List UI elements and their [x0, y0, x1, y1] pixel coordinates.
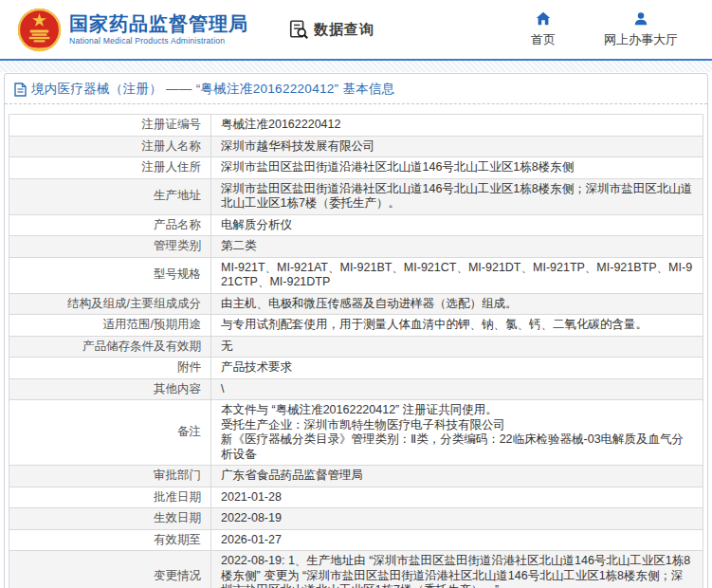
row-value: MI-921T、MI-921AT、MI-921BT、MI-921CT、MI-92…: [211, 257, 703, 293]
row-value: 深圳市越华科技发展有限公司: [211, 136, 703, 157]
row-label-text: 注册人名称: [142, 139, 202, 153]
row-value: 与专用试剂配套使用，用于测量人体血清中的钾、钠、氯、钙、二氧化碳的含量。: [211, 315, 703, 337]
table-row: 审批部门 广东省食品药品监督管理局: [9, 466, 703, 487]
row-label: 产品储存条件及有效期: [9, 336, 211, 358]
org-name-cn: 国家药品监督管理局: [69, 12, 248, 35]
table-row: 变更情况 2022-08-19: 1、生产地址由 “深圳市盐田区盐田街道沿港社区…: [9, 551, 703, 588]
row-label: 备注: [9, 400, 211, 466]
row-label: 适用范围/预期用途: [9, 315, 211, 337]
table-row: 注册证编号 粤械注准20162220412: [9, 115, 703, 137]
row-value: 2026-01-27: [211, 529, 703, 551]
row-label: 注册人名称: [9, 136, 211, 157]
row-value: 2022-08-19: 1、生产地址由 “深圳市盐田区盐田街道沿港社区北山道14…: [211, 551, 703, 588]
home-icon: [535, 10, 552, 28]
row-label: 产品名称: [9, 214, 211, 236]
row-label: 注册人住所: [9, 157, 211, 179]
row-label-text: 产品名称: [154, 218, 201, 231]
row-label-text: 管理类别: [154, 239, 201, 252]
nav-home[interactable]: 首页: [519, 10, 568, 48]
nav-online-hall-label: 网上办事大厅: [604, 31, 678, 48]
row-label-text: 结构及组成/主要组成成分: [67, 297, 201, 310]
row-value: 广东省食品药品监督管理局: [211, 466, 703, 487]
row-value: 2022-08-19: [211, 508, 703, 530]
row-label-text: 注册人住所: [142, 160, 202, 174]
table-row: 其他内容 \: [9, 378, 703, 400]
row-label: 审批部门: [9, 466, 211, 487]
nav-online-hall[interactable]: 网上办事大厅: [604, 10, 678, 48]
table-row: 有效期至 2026-01-27: [9, 529, 703, 551]
row-label: 其他内容: [9, 378, 211, 400]
data-query-button[interactable]: 数据查询: [288, 19, 374, 40]
row-label-text: 注册证编号: [142, 118, 202, 131]
row-label: 型号规格: [9, 257, 211, 293]
table-row: 结构及组成/主要组成成分 由主机、电极和微压传感器及自动进样器（选配）组成。: [9, 293, 703, 315]
row-value: 产品技术要求: [211, 358, 703, 379]
row-label: 批准日期: [9, 487, 211, 508]
row-label: 注册证编号: [9, 115, 211, 137]
header-nav: 首页 网上办事大厅: [519, 10, 678, 48]
document-icon: [14, 83, 27, 97]
row-label-text: 其他内容: [154, 382, 201, 395]
row-value: 粤械注准20162220412: [211, 115, 703, 137]
row-value: 电解质分析仪: [211, 214, 703, 236]
row-label: 生效日期: [9, 508, 211, 530]
row-label-text: 变更情况: [154, 569, 201, 582]
table-row: 注册人住所 深圳市盐田区盐田街道沿港社区北山道146号北山工业区1栋8楼东侧: [9, 157, 703, 179]
row-label-text: 产品储存条件及有效期: [82, 340, 201, 353]
row-label-text: 适用范围/预期用途: [103, 318, 201, 331]
row-label-text: 批准日期: [154, 490, 201, 504]
row-label-text: 附件: [177, 360, 201, 374]
info-table-body: 注册证编号 粤械注准20162220412 注册人名称 深圳市越华科技发展有限公…: [9, 115, 703, 588]
table-row: 注册人名称 深圳市越华科技发展有限公司: [9, 136, 703, 157]
row-value: 第二类: [211, 236, 703, 258]
registration-info-table: 注册证编号 粤械注准20162220412 注册人名称 深圳市越华科技发展有限公…: [9, 114, 703, 588]
row-label-text: 备注: [177, 425, 201, 438]
table-row: 适用范围/预期用途 与专用试剂配套使用，用于测量人体血清中的钾、钠、氯、钙、二氧…: [9, 315, 703, 337]
row-value: 无: [211, 336, 703, 358]
row-label: 变更情况: [9, 551, 211, 588]
table-row: 型号规格 MI-921T、MI-921AT、MI-921BT、MI-921CT、…: [9, 257, 703, 293]
row-value: 本文件与 “粤械注准20162220412” 注册证共同使用。 受托生产企业：深…: [211, 400, 703, 466]
org-title-block: 国家药品监督管理局 National Medical Products Admi…: [69, 12, 248, 46]
national-emblem-logo: [17, 8, 62, 52]
org-name-en: National Medical Products Administration: [69, 35, 248, 46]
site-header: 国家药品监督管理局 National Medical Products Admi…: [0, 0, 712, 59]
person-icon: [632, 10, 649, 28]
row-label: 附件: [9, 358, 211, 379]
row-label-text: 型号规格: [154, 267, 201, 281]
row-value: 由主机、电极和微压传感器及自动进样器（选配）组成。: [211, 293, 703, 315]
row-label-text: 审批部门: [154, 469, 201, 482]
content-box: 境内医疗器械（注册） —— “粤械注准20162220412” 基本信息 注册证…: [4, 73, 708, 588]
data-query-label: 数据查询: [314, 21, 374, 39]
table-row: 管理类别 第二类: [9, 236, 703, 258]
document-search-icon: [288, 19, 309, 40]
table-row: 附件 产品技术要求: [9, 358, 703, 379]
row-label: 结构及组成/主要组成成分: [9, 293, 211, 315]
row-value: 深圳市盐田区盐田街道沿港社区北山道146号北山工业区1栋8楼东侧: [211, 157, 703, 179]
table-row: 生效日期 2022-08-19: [9, 508, 703, 530]
nav-home-label: 首页: [531, 31, 556, 48]
row-label-text: 生效日期: [154, 511, 201, 524]
row-label-text: 生产地址: [154, 189, 201, 202]
breadcrumb-text: 境内医疗器械（注册） —— “粤械注准20162220412” 基本信息: [31, 81, 395, 98]
table-row: 备注 本文件与 “粤械注准20162220412” 注册证共同使用。 受托生产企…: [9, 400, 703, 466]
row-label: 生产地址: [9, 178, 211, 214]
row-label: 管理类别: [9, 236, 211, 258]
row-value: 深圳市盐田区盐田街道沿港社区北山道146号北山工业区1栋8楼东侧；深圳市盐田区北…: [211, 178, 703, 214]
texture-band: [0, 61, 712, 72]
table-row: 批准日期 2021-01-28: [9, 487, 703, 508]
breadcrumb: 境内医疗器械（注册） —— “粤械注准20162220412” 基本信息: [5, 74, 707, 104]
table-row: 产品名称 电解质分析仪: [9, 214, 703, 236]
row-value: 2021-01-28: [211, 487, 703, 508]
row-label-text: 有效期至: [154, 533, 201, 546]
table-row: 产品储存条件及有效期 无: [9, 336, 703, 358]
row-label: 有效期至: [9, 529, 211, 551]
row-value: \: [211, 378, 703, 400]
table-row: 生产地址 深圳市盐田区盐田街道沿港社区北山道146号北山工业区1栋8楼东侧；深圳…: [9, 178, 703, 214]
